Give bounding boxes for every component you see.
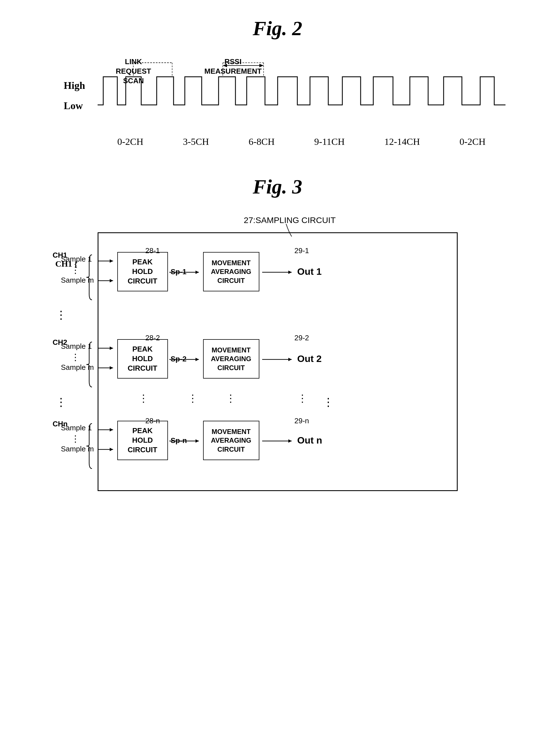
fig3-section: Fig. 3 27:SAMPLING CIRCUIT CH1 { CH1 Sam… <box>0 175 555 497</box>
arrow-ch1-to-peak1 <box>98 258 117 264</box>
arrow-ch1m-to-peak1 <box>98 278 117 283</box>
svg-marker-23 <box>110 366 113 369</box>
fig3-title: Fig. 3 <box>253 175 302 198</box>
vdots-far-right: ⋮ <box>323 395 334 408</box>
vdots-right-out: ⋮ <box>297 393 307 404</box>
svg-marker-21 <box>110 347 113 350</box>
chn-sample1: Sample 1 <box>61 424 92 432</box>
peak-hold-box-n: PEAKHOLDCIRCUIT <box>117 421 168 460</box>
annotation-rssi: RSSIMEASUREMENT <box>205 57 262 76</box>
svg-marker-34 <box>196 439 199 443</box>
peak-hold-box-1: PEAKHOLDCIRCUIT <box>117 252 168 292</box>
svg-marker-30 <box>110 428 113 432</box>
out2-label: Out 2 <box>297 353 322 364</box>
svg-marker-18 <box>288 271 292 274</box>
ch-label-4: 12-14CH <box>384 136 420 147</box>
high-low-labels: High Low <box>64 80 85 112</box>
vdots-mid-sp: ⋮ <box>187 393 198 404</box>
arrow-mov2-out2 <box>262 357 296 362</box>
channel-labels: 0-2CH 3-5CH 6-8CH 9-11CH 12-14CH 0-2CH <box>98 136 506 147</box>
vdots-mid-ma: ⋮ <box>226 393 236 404</box>
svg-marker-16 <box>196 271 199 274</box>
vdots-mid-ph: ⋮ <box>138 393 150 404</box>
ch2-sample1: Sample 1 <box>61 342 92 351</box>
out1-label: Out 1 <box>297 266 322 277</box>
waveform-svg <box>98 60 506 122</box>
waveform-container: High Low LINKREQUESTSCAN <box>64 57 514 147</box>
svg-marker-12 <box>110 259 113 263</box>
svg-marker-36 <box>288 439 292 443</box>
fig2-section: Fig. 2 High Low <box>0 0 555 147</box>
fig2-title: Fig. 2 <box>253 17 302 40</box>
arrow-chnm-to-peakn <box>98 447 117 452</box>
high-label: High <box>64 80 85 91</box>
mov-avg-box-n: MOVEMENTAVERAGINGCIRCUIT <box>203 421 259 460</box>
ch-label-5: 0-2CH <box>460 136 486 147</box>
ch-label-2: 6-8CH <box>249 136 275 147</box>
peak-hold-box-2: PEAKHOLDCIRCUIT <box>117 339 168 379</box>
ch-label-0: 0-2CH <box>117 136 143 147</box>
arrow-ch2-to-peak2 <box>98 345 117 351</box>
ch1-samplem: Sample m <box>61 276 94 284</box>
svg-marker-27 <box>288 358 292 361</box>
svg-marker-25 <box>196 358 199 361</box>
arrow-movn-outn <box>262 438 296 444</box>
svg-marker-32 <box>110 448 113 451</box>
ch2-samplem: Sample m <box>61 363 94 372</box>
ch2-vdots: ⋮ <box>71 352 80 362</box>
annotation-link: LINKREQUESTSCAN <box>116 57 151 86</box>
mov-avg-2-label: 29-2 <box>295 333 309 342</box>
ch-label-1: 3-5CH <box>183 136 209 147</box>
low-label: Low <box>64 100 85 112</box>
ch1-vdots1: ⋮ <box>71 265 80 275</box>
vdots-left-2: ⋮ <box>55 395 67 408</box>
ch-label-3: 9-11CH <box>314 136 345 147</box>
svg-marker-14 <box>110 279 113 282</box>
mov-avg-box-1: MOVEMENTAVERAGINGCIRCUIT <box>203 252 259 292</box>
ch1-sample1: Sample 1 <box>61 255 92 264</box>
mov-avg-n-label: 29-n <box>295 416 309 425</box>
diagram-wrapper: 27:SAMPLING CIRCUIT CH1 { CH1 Sample 1 ⋮… <box>53 215 503 497</box>
mov-avg-box-2: MOVEMENTAVERAGINGCIRCUIT <box>203 339 259 379</box>
chn-vdots: ⋮ <box>71 433 80 444</box>
mov-avg-1-label: 29-1 <box>295 247 309 255</box>
arrow-mov1-out1 <box>262 269 296 275</box>
arrow-chn-to-peakn <box>98 427 117 433</box>
outn-label: Out n <box>297 435 323 446</box>
vdots-left-1: ⋮ <box>55 308 67 321</box>
chn-samplem: Sample m <box>61 445 94 453</box>
arrow-peak1-to-mov1 <box>169 269 203 275</box>
sampling-circuit-label: 27:SAMPLING CIRCUIT <box>244 215 336 225</box>
arrow-peak2-to-mov2 <box>169 357 203 362</box>
arrow-ch2m-to-peak2 <box>98 365 117 371</box>
arrow-peakn-to-movn <box>169 438 203 444</box>
